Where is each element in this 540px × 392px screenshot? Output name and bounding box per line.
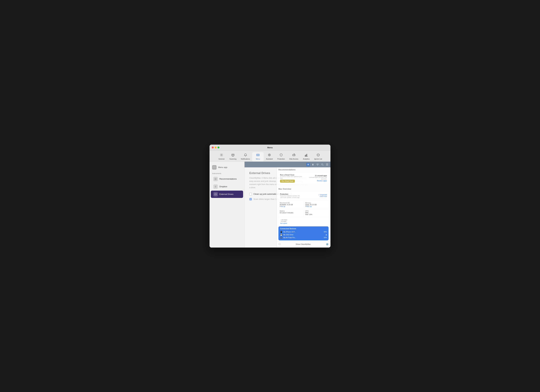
menu-preview-bar: 🖥 ▮	[245, 162, 330, 167]
tab-scanning-label: Scanning	[230, 158, 236, 160]
preview-monitor-icon[interactable]: 🖥	[306, 163, 310, 166]
preview-menu-icon[interactable]	[325, 163, 329, 166]
tab-ignore-list[interactable]: Ignore List	[312, 152, 324, 161]
tab-menu-label: Menu	[256, 158, 260, 160]
main-content: 🖥 ▮	[245, 162, 330, 248]
memory-label: Memory	[305, 202, 327, 204]
preview-footer: ⓘ Show CleanMyMac ⚙️	[276, 242, 330, 247]
macintosh-hd-sub: Available: 9.16 GB	[280, 204, 302, 206]
tab-disk-access[interactable]: Disk Access	[287, 152, 300, 161]
analytics-icon	[305, 153, 308, 157]
stats-grid: Macintosh HD Available: 9.16 GB Free up …	[278, 201, 329, 216]
scanning-icon	[231, 153, 235, 157]
iphone-icon: 📱	[280, 231, 282, 233]
general-icon	[220, 153, 223, 157]
protection-overview-desc: Real-time Malware monitor ON	[280, 195, 300, 197]
sidebar-item-external-drives[interactable]: External Drives	[211, 191, 243, 198]
tab-analytics-label: Analytics	[303, 158, 310, 160]
preview-panel: Recommendations Run a Smart Scan It's ti…	[276, 167, 330, 248]
unused-apps-label: 11 unused apps	[304, 175, 327, 177]
sidebar-item-dropbox-label: Dropbox	[220, 185, 227, 188]
device-ssd-value: ⏏	[325, 234, 327, 236]
memory-action[interactable]: FREE up	[305, 206, 327, 207]
tab-menu[interactable]: Menu	[252, 152, 264, 161]
battery-card: Battery On since 4 minutes	[278, 209, 303, 216]
cpu-label: CPU	[305, 210, 327, 212]
menu-app-icon	[212, 165, 216, 170]
device-iphone-value: 89%	[324, 231, 327, 233]
svg-point-7	[268, 154, 270, 156]
run-smart-scan-button[interactable]: Run Smart Scan	[280, 180, 295, 183]
tab-disk-access-label: Disk Access	[289, 158, 298, 160]
device-iphone-name: My iPhone 14 P...	[283, 231, 323, 233]
tab-scanning[interactable]: Scanning	[227, 152, 239, 161]
tab-protection[interactable]: Protection	[275, 152, 287, 161]
mac-overview-section: Mac Overview Protection Real-time Malwar…	[276, 187, 330, 242]
maximize-button[interactable]	[217, 147, 220, 149]
battery-sub: On since 4 minutes	[280, 212, 302, 214]
test-speed-link[interactable]: Test speed	[280, 223, 327, 224]
window-title: Menu	[267, 146, 273, 149]
protection-icon	[279, 153, 283, 157]
device-airpods-name: My Air Pods Pro...	[283, 237, 323, 238]
recommendations-title: Recommendations	[278, 169, 329, 171]
cpu-card: CPU 54% Intel: 10%	[304, 209, 329, 216]
close-button[interactable]	[212, 147, 214, 149]
scan-disks-checkbox	[249, 198, 252, 200]
ssd-icon: 💾	[280, 234, 282, 236]
clean-junk-checkbox[interactable]	[249, 193, 252, 195]
show-cleanmymac-link[interactable]: Show CleanMyMac	[296, 243, 311, 245]
protection-overview-sub: Last Scan update: 6 hours ago	[280, 197, 300, 198]
minimize-button[interactable]	[215, 147, 216, 149]
macintosh-hd-card: Macintosh HD Available: 9.16 GB Free up	[278, 201, 303, 208]
tab-general-label: General	[218, 158, 224, 160]
macintosh-hd-label: Macintosh HD	[280, 202, 302, 204]
tab-ignore-list-label: Ignore List	[314, 158, 322, 160]
review-apps-link[interactable]: Review apps	[304, 180, 327, 182]
tab-general[interactable]: General	[216, 152, 227, 161]
check-now-link[interactable]: Check Now	[318, 196, 327, 197]
assistant-icon	[268, 153, 271, 157]
svg-point-0	[221, 154, 222, 155]
connected-devices-title: Connected Devices	[280, 228, 327, 230]
memory-sub: Used: 32.13 GB	[305, 204, 327, 206]
tab-analytics[interactable]: Analytics	[300, 152, 312, 161]
preview-search-icon[interactable]	[320, 163, 324, 166]
svg-rect-18	[214, 167, 214, 168]
svg-point-10	[270, 154, 270, 155]
toolbar: General Scanning Notifications	[210, 151, 330, 162]
svg-rect-15	[307, 154, 307, 156]
sidebar-item-recommendations-label: Recommendations	[220, 178, 237, 180]
footer-gear-icon[interactable]: ⚙️	[326, 243, 329, 245]
menu-tab-icon	[256, 153, 260, 157]
sidebar-item-external-drives-label: External Drives	[220, 193, 233, 195]
device-row-airpods: 🎧 My Air Pods Pro... 50%	[280, 236, 327, 239]
cpu-value: 54%	[305, 212, 327, 214]
macintosh-hd-action[interactable]: Free up	[280, 206, 302, 207]
memory-card: Memory Used: 32.13 GB FREE up	[304, 201, 329, 208]
sidebar-menu-app[interactable]: Menu app	[210, 164, 244, 171]
main-window: Menu General Scanning	[210, 145, 330, 248]
tab-notifications[interactable]: Notifications	[239, 152, 252, 161]
unused-apps-desc: Uninstall apps you don't use anymore.	[304, 177, 327, 180]
tab-assistant[interactable]: Assistant	[264, 152, 275, 161]
content-area: Menu app Instruments Recommendations	[210, 162, 330, 248]
svg-rect-2	[232, 154, 233, 155]
sidebar: Menu app Instruments Recommendations	[210, 162, 245, 248]
svg-rect-14	[306, 155, 306, 156]
smart-scan-card: Run a Smart Scan It's time to clean and …	[278, 172, 329, 184]
tab-assistant-label: Assistant	[266, 158, 273, 160]
preview-battery-icon[interactable]: ▮	[311, 163, 315, 166]
svg-rect-13	[305, 155, 305, 156]
mac-overview-title: Mac Overview	[278, 188, 329, 190]
sidebar-item-dropbox[interactable]: Dropbox	[211, 183, 243, 190]
cpu-sub: Intel: 10%	[305, 214, 327, 215]
external-drives-icon	[213, 192, 218, 197]
svg-point-20	[215, 178, 216, 180]
protection-overview-label: Protection	[280, 193, 288, 195]
device-row-ssd: 💾 My SSD Drive ⏏	[280, 233, 327, 236]
preview-wifi-icon[interactable]	[316, 163, 319, 166]
protection-value: ✓ Inspected	[318, 194, 327, 196]
device-airpods-value: 50%	[324, 237, 327, 238]
sidebar-item-recommendations[interactable]: Recommendations	[211, 175, 243, 183]
